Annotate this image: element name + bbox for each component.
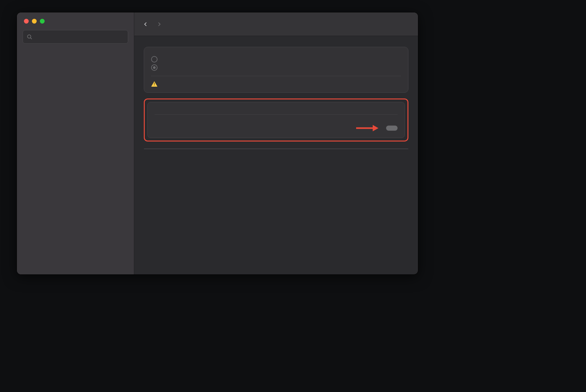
- sidebar-search[interactable]: [23, 30, 128, 44]
- allow-apps-card: [144, 47, 408, 93]
- search-input[interactable]: [35, 33, 124, 41]
- radio-icon: [151, 56, 157, 62]
- zoom-window-button[interactable]: [40, 19, 45, 24]
- search-icon: [27, 34, 33, 40]
- minimize-window-button[interactable]: [32, 19, 37, 24]
- warning-icon: [151, 81, 157, 87]
- main-pane: [134, 12, 418, 274]
- back-button[interactable]: [143, 21, 149, 27]
- settings-window: [17, 12, 418, 275]
- annotation-highlight-box: [144, 98, 408, 142]
- security-rows: [144, 149, 408, 149]
- radio-identified-developers[interactable]: [151, 64, 401, 71]
- window-traffic-lights: [17, 12, 134, 29]
- svg-point-0: [27, 35, 31, 38]
- forward-button[interactable]: [156, 21, 162, 27]
- open-anyway-button[interactable]: [386, 126, 398, 131]
- profile-configured-note: [151, 81, 401, 87]
- radio-icon: [151, 64, 157, 71]
- sidebar: [17, 12, 134, 274]
- svg-line-1: [30, 38, 32, 39]
- blocked-app-card: [147, 102, 405, 138]
- annotation-arrow-icon: [355, 124, 378, 132]
- main-header: [134, 12, 418, 36]
- radio-app-store[interactable]: [151, 56, 401, 62]
- svg-marker-3: [373, 125, 378, 131]
- divider: [151, 76, 401, 76]
- main-content: [134, 36, 418, 274]
- sidebar-nav: [17, 47, 134, 274]
- close-window-button[interactable]: [24, 19, 29, 24]
- divider: [155, 114, 398, 115]
